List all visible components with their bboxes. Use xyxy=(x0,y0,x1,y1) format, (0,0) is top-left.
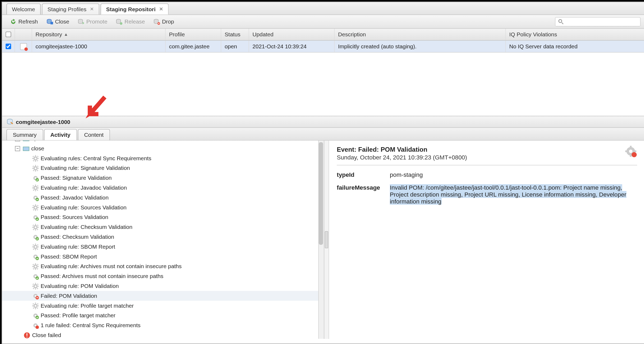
svg-point-36 xyxy=(35,187,36,189)
svg-rect-64 xyxy=(35,229,36,230)
search-box[interactable] xyxy=(555,17,641,26)
drop-label: Drop xyxy=(162,18,174,25)
svg-rect-134 xyxy=(630,146,631,148)
tree-item-label: Evaluating rule: Signature Validation xyxy=(41,165,130,171)
svg-point-47 xyxy=(36,198,39,201)
database-close-icon xyxy=(47,18,53,25)
svg-rect-41 xyxy=(32,185,34,187)
annotation-arrow-icon xyxy=(83,95,109,120)
tree-item[interactable]: Close failed xyxy=(2,330,324,339)
svg-rect-26 xyxy=(32,168,33,169)
typeid-label: typeId xyxy=(337,171,390,178)
tab-staging-repositories[interactable]: Staging Repositori✕ xyxy=(101,3,168,15)
col-description-label: Description xyxy=(338,31,366,38)
tab-label: Staging Profiles xyxy=(48,6,87,12)
collapse-icon[interactable]: − xyxy=(15,146,20,151)
activity-tree: − open − close Evaluating rules: Central… xyxy=(2,140,324,339)
close-icon[interactable]: ✕ xyxy=(159,6,163,12)
svg-point-114 xyxy=(35,305,36,307)
col-profile-label: Profile xyxy=(169,31,185,38)
tree-item[interactable]: Passed: Profile target matcher xyxy=(2,311,324,320)
svg-point-62 xyxy=(35,226,36,228)
expand-icon[interactable]: − xyxy=(15,140,20,141)
tree-item[interactable]: Passed: Checksum Validation xyxy=(2,232,324,242)
svg-rect-80 xyxy=(32,244,34,246)
table-row[interactable]: comgiteejastee-1000 com.gitee.jastee ope… xyxy=(2,41,644,53)
tree-item[interactable]: Evaluating rule: Sources Validation xyxy=(2,202,324,212)
tab-content[interactable]: Content xyxy=(78,129,110,140)
pass-icon xyxy=(32,312,39,319)
tab-staging-profiles[interactable]: Staging Profiles✕ xyxy=(42,3,99,15)
refresh-button[interactable]: Refresh xyxy=(6,17,41,26)
tree-item[interactable]: Evaluating rules: Central Sync Requireme… xyxy=(2,153,324,163)
tree-item[interactable]: Evaluating rule: Profile target matcher xyxy=(2,301,324,311)
col-profile[interactable]: Profile xyxy=(166,29,221,40)
svg-rect-131 xyxy=(26,337,27,337)
gear-icon xyxy=(32,204,39,211)
tab-summary[interactable]: Summary xyxy=(6,129,43,140)
svg-rect-116 xyxy=(35,308,36,309)
svg-point-88 xyxy=(35,265,36,267)
tree-item[interactable]: Evaluating rule: Archives must not conta… xyxy=(2,261,324,271)
tree-item[interactable]: Evaluating rule: Javadoc Validation xyxy=(2,183,324,193)
close-icon[interactable]: ✕ xyxy=(90,6,94,12)
tree-item[interactable]: Passed: Archives must not contain insecu… xyxy=(2,271,324,281)
tree-item[interactable]: Evaluating rule: SBOM Report xyxy=(2,242,324,252)
gear-icon xyxy=(32,302,39,309)
tree-node-open[interactable]: − open xyxy=(2,140,324,143)
tree-item[interactable]: Evaluating rule: Signature Validation xyxy=(2,163,324,173)
svg-rect-108 xyxy=(33,288,34,289)
tree-item[interactable]: 1 rule failed: Central Sync Requirements xyxy=(2,320,324,330)
cell-description: Implicitly created (auto staging). xyxy=(338,43,417,50)
col-status[interactable]: Status xyxy=(221,29,249,40)
close-button[interactable]: Close xyxy=(43,17,73,26)
gear-icon xyxy=(32,243,39,250)
tree-item-label: Passed: Signature Validation xyxy=(41,175,112,181)
tree-item[interactable]: Passed: Sources Validation xyxy=(2,212,324,222)
tab-welcome[interactable]: Welcome xyxy=(6,3,41,15)
tree-item-label: 1 rule failed: Central Sync Requirements xyxy=(41,322,140,329)
svg-rect-103 xyxy=(35,288,36,290)
tree-item[interactable]: Passed: SBOM Report xyxy=(2,252,324,261)
tree-item[interactable]: Passed: Signature Validation xyxy=(2,173,324,183)
tree-item[interactable]: Evaluating rule: POM Validation xyxy=(2,281,324,291)
search-input[interactable] xyxy=(564,19,637,25)
release-label: Release xyxy=(124,18,145,25)
col-updated[interactable]: Updated xyxy=(249,29,335,40)
col-iq[interactable]: IQ Policy Violations xyxy=(506,29,644,40)
tree-node-close[interactable]: − close xyxy=(2,144,324,154)
release-button[interactable]: Release xyxy=(113,17,148,26)
select-all-checkbox[interactable] xyxy=(2,29,15,40)
svg-rect-28 xyxy=(32,165,34,167)
tree-item[interactable]: Failed: POM Validation xyxy=(2,291,324,301)
col-description[interactable]: Description xyxy=(335,29,506,40)
detail-body: − open − close Evaluating rules: Central… xyxy=(2,140,644,339)
svg-rect-95 xyxy=(33,268,34,269)
tab-activity[interactable]: Activity xyxy=(44,129,77,140)
svg-rect-31 xyxy=(37,170,38,171)
svg-point-73 xyxy=(36,237,39,240)
refresh-label: Refresh xyxy=(18,18,38,25)
svg-rect-50 xyxy=(35,204,36,205)
row-checkbox[interactable] xyxy=(2,41,15,52)
svg-rect-40 xyxy=(38,187,39,188)
drop-button[interactable]: Drop xyxy=(150,17,178,26)
svg-rect-89 xyxy=(35,263,36,264)
detail-title: comgiteejastee-1000 xyxy=(16,119,70,125)
database-release-icon xyxy=(116,18,123,25)
scrollbar-thumb[interactable] xyxy=(319,142,323,245)
svg-rect-37 xyxy=(35,184,36,186)
toolbar: Refresh Close Promote Release Drop xyxy=(2,15,644,29)
vertical-scrollbar[interactable] xyxy=(318,140,323,339)
svg-rect-67 xyxy=(32,224,34,226)
col-icon xyxy=(15,29,32,40)
col-status-label: Status xyxy=(225,31,240,38)
tree-item[interactable]: Evaluating rule: Checksum Validation xyxy=(2,222,324,232)
tree-open-label: open xyxy=(31,140,44,142)
failure-value: Invalid POM: /com/gitee/jastee/jast-tool… xyxy=(390,184,626,205)
tree-item[interactable]: Passed: Javadoc Validation xyxy=(2,193,324,203)
svg-rect-79 xyxy=(38,246,39,247)
promote-button[interactable]: Promote xyxy=(74,17,111,26)
splitter[interactable] xyxy=(324,140,329,339)
col-repository[interactable]: Repository▲ xyxy=(32,29,166,40)
